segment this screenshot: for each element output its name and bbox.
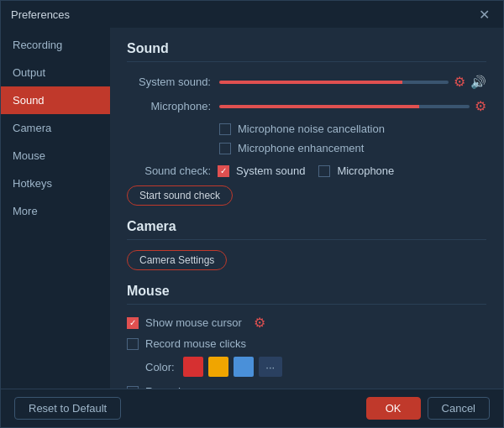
- color-label-1: Color:: [145, 361, 175, 373]
- record-clicks-label: Record mouse clicks: [145, 337, 246, 350]
- camera-settings-button[interactable]: Camera Settings: [127, 250, 227, 270]
- sound-check-mic-checkbox[interactable]: [318, 165, 330, 177]
- system-sound-label: System sound:: [127, 76, 211, 88]
- sidebar-item-recording[interactable]: Recording: [1, 31, 110, 59]
- sidebar-item-hotkeys[interactable]: Hotkeys: [1, 170, 110, 197]
- titlebar: Preferences ✕: [1, 1, 503, 28]
- sound-section-title: Sound: [127, 41, 486, 62]
- footer-right: OK Cancel: [366, 397, 490, 420]
- microphone-label: Microphone:: [127, 100, 211, 112]
- close-button[interactable]: ✕: [475, 5, 493, 23]
- mic-enhance-row: Microphone enhancement: [127, 142, 486, 154]
- show-cursor-label: Show mouse cursor: [145, 316, 242, 329]
- microphone-row: Microphone: ⚙: [127, 98, 486, 114]
- color-more-button-1[interactable]: ···: [259, 357, 282, 377]
- color-swatch-red-1[interactable]: [183, 357, 203, 377]
- sidebar: Recording Output Sound Camera Mouse Hotk…: [1, 28, 110, 389]
- mic-enhance-checkbox[interactable]: [219, 143, 231, 154]
- dialog-content: Recording Output Sound Camera Mouse Hotk…: [1, 28, 503, 389]
- preferences-dialog: Preferences ✕ Recording Output Sound Cam…: [0, 0, 504, 428]
- footer-left: Reset to Default: [14, 397, 121, 420]
- mic-enhance-label: Microphone enhancement: [238, 142, 364, 154]
- camera-section-title: Camera: [127, 219, 486, 240]
- camera-settings-container: Camera Settings: [127, 250, 486, 270]
- microphone-gear-icon[interactable]: ⚙: [475, 98, 486, 114]
- color-swatch-blue-1[interactable]: [234, 357, 254, 377]
- sidebar-item-more[interactable]: More: [1, 197, 110, 225]
- microphone-slider[interactable]: [219, 105, 470, 108]
- sidebar-item-camera[interactable]: Camera: [1, 114, 110, 142]
- system-sound-row: System sound: ⚙ 🔊: [127, 74, 486, 90]
- sidebar-item-sound[interactable]: Sound: [1, 86, 110, 114]
- color-swatch-yellow-1[interactable]: [208, 357, 228, 377]
- record-clicks-row: Record mouse clicks: [127, 337, 486, 350]
- system-sound-slider[interactable]: [219, 81, 449, 84]
- main-content: Sound System sound: ⚙ 🔊 Microphone: ⚙: [110, 28, 503, 389]
- sound-check-system-checkbox[interactable]: ✓: [218, 165, 229, 177]
- mic-noise-label: Microphone noise cancellation: [238, 123, 385, 135]
- sidebar-item-mouse[interactable]: Mouse: [1, 142, 110, 170]
- mouse-section-title: Mouse: [127, 284, 486, 305]
- sound-check-mic-label: Microphone: [337, 164, 394, 177]
- system-sound-slider-container: ⚙ 🔊: [219, 74, 486, 90]
- dialog-title: Preferences: [11, 8, 70, 21]
- record-clicks-checkbox[interactable]: [127, 338, 139, 350]
- cursor-gear-icon[interactable]: ⚙: [254, 315, 265, 331]
- reset-default-button[interactable]: Reset to Default: [14, 397, 121, 420]
- microphone-slider-container: ⚙: [219, 98, 486, 114]
- start-check-container: Start sound check: [127, 185, 486, 206]
- system-sound-gear-icon[interactable]: ⚙: [454, 74, 465, 90]
- system-sound-speaker-icon: 🔊: [470, 75, 486, 90]
- footer: Reset to Default OK Cancel: [1, 389, 503, 427]
- ok-button[interactable]: OK: [366, 397, 421, 420]
- start-sound-check-button[interactable]: Start sound check: [127, 185, 233, 206]
- color-row-1: Color: ···: [127, 357, 486, 377]
- sidebar-item-output[interactable]: Output: [1, 59, 110, 86]
- mic-noise-row: Microphone noise cancellation: [127, 123, 486, 135]
- show-cursor-checkbox[interactable]: ✓: [127, 317, 139, 329]
- sound-check-row: Sound check: ✓ System sound Microphone: [127, 164, 486, 177]
- mic-noise-checkbox[interactable]: [219, 123, 231, 135]
- sound-check-system-label: System sound: [236, 164, 305, 177]
- cancel-button[interactable]: Cancel: [428, 397, 490, 420]
- show-cursor-row: ✓ Show mouse cursor ⚙: [127, 315, 486, 331]
- sound-check-label: Sound check:: [127, 164, 211, 177]
